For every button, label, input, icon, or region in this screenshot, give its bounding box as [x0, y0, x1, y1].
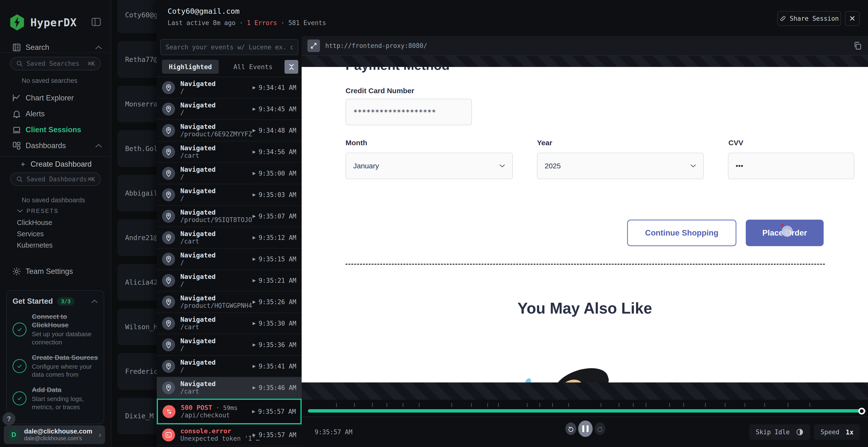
- play-from-here-icon[interactable]: ▶: [252, 409, 255, 414]
- play-from-here-icon[interactable]: ▶: [252, 149, 255, 154]
- month-select[interactable]: January: [345, 153, 513, 179]
- help-button[interactable]: ?: [2, 412, 16, 425]
- session-list-item[interactable]: Coty60@g: [117, 0, 157, 33]
- event-row-console_error[interactable]: console.errorUnexpected token 'I'…▶9:35:…: [157, 424, 302, 446]
- session-user-email: Andre21@: [125, 234, 157, 242]
- events-search-input[interactable]: Search your events w/ Lucene ex. colum: [160, 39, 298, 55]
- session-list-item[interactable]: Beth.Gol: [117, 130, 157, 167]
- event-row-nav[interactable]: Navigated/▶9:35:00 AM: [157, 163, 302, 184]
- event-row-nav[interactable]: Navigated/cart▶9:35:46 AM: [157, 377, 302, 399]
- sidebar-collapse-icon[interactable]: [91, 16, 102, 28]
- year-select[interactable]: 2025: [537, 153, 704, 179]
- play-from-here-icon[interactable]: ▶: [252, 85, 255, 90]
- sidebar-item-label: Team Settings: [26, 267, 73, 276]
- playback-timeline[interactable]: [302, 400, 868, 417]
- sidebar-item-team-settings[interactable]: Team Settings: [0, 265, 111, 278]
- get-started-step[interactable]: Add DataStart sending logs, metrics, or …: [12, 386, 98, 411]
- session-list-item[interactable]: Andre21@: [117, 219, 157, 256]
- event-row-nav[interactable]: Navigated/product/6E92ZMYYFZ▶9:34:48 AM: [157, 120, 302, 141]
- event-timestamp: 9:35:36 AM: [258, 341, 296, 348]
- event-row-request_error[interactable]: 500 POST · 59ms/api/checkout▶9:35:57 AM: [157, 399, 302, 424]
- session-list-item[interactable]: Monserra: [117, 86, 157, 122]
- session-list-item[interactable]: Alicia42: [117, 264, 157, 301]
- rewind-button[interactable]: [565, 422, 576, 435]
- event-title: Navigated: [180, 316, 216, 323]
- session-list-item[interactable]: Wilson_H: [117, 309, 157, 345]
- event-row-nav[interactable]: Navigated/▶9:34:45 AM: [157, 99, 302, 120]
- play-from-here-icon[interactable]: ▶: [252, 171, 255, 176]
- event-row-nav[interactable]: Navigated/▶9:35:41 AM: [157, 356, 302, 377]
- event-path: /: [180, 195, 216, 202]
- saved-searches-input[interactable]: Saved Searches ⌘K: [10, 57, 101, 70]
- event-row-nav[interactable]: Navigated/cart▶9:35:12 AM: [157, 227, 302, 248]
- preset-services[interactable]: Services: [17, 230, 44, 238]
- shortcut-hint: ⌘K: [88, 176, 95, 183]
- play-from-here-icon[interactable]: ▶: [252, 106, 255, 111]
- speed-control[interactable]: Speed 1x: [814, 424, 860, 440]
- sidebar-item-chart-explorer[interactable]: Chart Explorer: [0, 91, 111, 105]
- check-circle-icon: [12, 322, 27, 337]
- play-from-here-icon[interactable]: ▶: [252, 385, 255, 390]
- preset-clickhouse[interactable]: ClickHouse: [17, 219, 52, 227]
- play-from-here-icon[interactable]: ▶: [252, 432, 255, 437]
- event-row-nav[interactable]: Navigated/cart▶9:34:56 AM: [157, 141, 302, 163]
- user-menu[interactable]: D dale@clickhouse.com dale@clickhouse.co…: [4, 425, 105, 444]
- continue-shopping-button[interactable]: Continue Shopping: [627, 220, 736, 246]
- play-from-here-icon[interactable]: ▶: [252, 342, 255, 347]
- play-from-here-icon[interactable]: ▶: [252, 299, 255, 304]
- chevron-up-icon: [95, 45, 102, 49]
- expand-button[interactable]: [307, 39, 320, 52]
- play-from-here-icon[interactable]: ▶: [252, 321, 255, 326]
- sidebar-item-client-sessions[interactable]: Client Sessions: [0, 123, 111, 137]
- session-list-item[interactable]: Retha77@: [117, 41, 157, 78]
- chevron-up-icon[interactable]: [91, 299, 98, 303]
- timeline-tick: [568, 403, 569, 407]
- forward-button[interactable]: [595, 422, 606, 435]
- event-row-nav[interactable]: Navigated/▶9:34:41 AM: [157, 77, 302, 99]
- dot-separator: ·: [281, 19, 285, 27]
- play-from-here-icon[interactable]: ▶: [252, 192, 255, 197]
- play-from-here-icon[interactable]: ▶: [252, 128, 255, 133]
- copy-icon[interactable]: [853, 41, 862, 50]
- sidebar-item-alerts[interactable]: Alerts: [0, 107, 111, 121]
- cc-number-input[interactable]: *******************: [345, 99, 472, 125]
- tab-highlighted[interactable]: Highlighted: [162, 60, 219, 74]
- get-started-step[interactable]: Connect to ClickHouseSet up your databas…: [12, 312, 98, 347]
- event-row-nav[interactable]: Navigated/▶9:35:15 AM: [157, 248, 302, 270]
- replay-url-bar: http://frontend-proxy:8080/: [302, 36, 868, 56]
- play-from-here-icon[interactable]: ▶: [252, 235, 255, 240]
- event-title: 500 POST · 59ms: [181, 404, 238, 412]
- pause-button[interactable]: [578, 420, 592, 437]
- map-pin-icon: [162, 338, 175, 351]
- create-dashboard-button[interactable]: + Create Dashboard: [0, 158, 111, 171]
- sidebar-item-dashboards[interactable]: Dashboards: [0, 139, 111, 153]
- event-duration: · 59ms: [212, 404, 238, 411]
- expand-icon: [310, 42, 317, 49]
- play-from-here-icon[interactable]: ▶: [252, 364, 255, 369]
- event-timestamp: 9:35:26 AM: [258, 299, 296, 306]
- logo[interactable]: HyperDX: [10, 14, 104, 31]
- play-from-here-icon[interactable]: ▶: [252, 278, 255, 283]
- saved-dashboards-input[interactable]: Saved Dashboards ⌘K: [10, 172, 101, 186]
- event-row-nav[interactable]: Navigated/product/9SIQT8TOJO▶9:35:07 AM: [157, 206, 302, 227]
- skip-idle-toggle[interactable]: Skip Idle: [749, 424, 810, 440]
- event-row-nav[interactable]: Navigated/▶9:35:36 AM: [157, 334, 302, 356]
- session-list-item[interactable]: Dixie_M: [117, 398, 157, 434]
- chart-line-icon: [11, 93, 22, 103]
- session-list-item[interactable]: Frederic: [117, 353, 157, 390]
- cvv-input[interactable]: •••: [728, 153, 854, 179]
- play-from-here-icon[interactable]: ▶: [252, 256, 255, 262]
- event-row-nav[interactable]: Navigated/▶9:35:03 AM: [157, 184, 302, 206]
- play-from-here-icon[interactable]: ▶: [252, 214, 255, 219]
- preset-kubernetes[interactable]: Kubernetes: [17, 241, 53, 249]
- timeline-handle[interactable]: [858, 408, 865, 414]
- get-started-step[interactable]: Create Data SourcesConfigure where your …: [12, 353, 98, 379]
- presets-header[interactable]: PRESETS: [17, 208, 59, 214]
- event-row-nav[interactable]: Navigated/▶9:35:21 AM: [157, 270, 302, 291]
- collapse-events-button[interactable]: [284, 60, 298, 74]
- map-pin-icon: [162, 124, 175, 137]
- session-list-item[interactable]: Abbigail: [117, 175, 157, 211]
- event-row-nav[interactable]: Navigated/product/HQTGWGPNH4▶9:35:26 AM: [157, 291, 302, 313]
- event-row-nav[interactable]: Navigated/cart▶9:35:30 AM: [157, 313, 302, 334]
- tab-all-events[interactable]: All Events: [227, 60, 279, 74]
